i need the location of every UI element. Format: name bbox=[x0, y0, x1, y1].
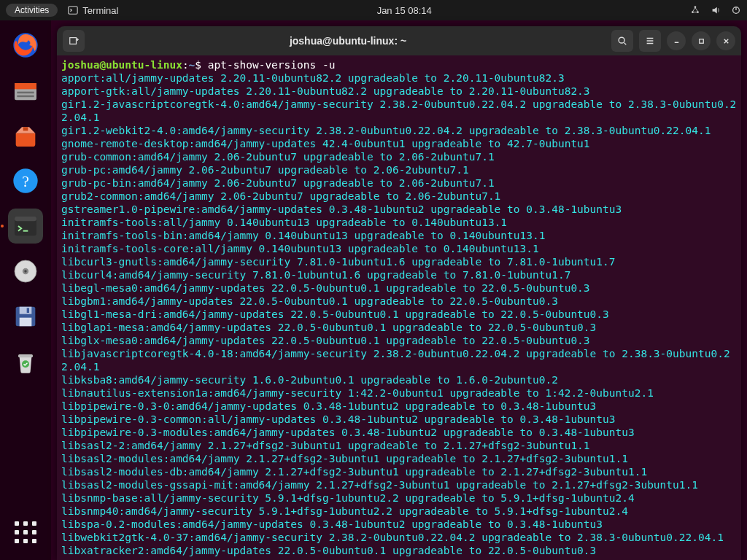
new-tab-button[interactable] bbox=[63, 30, 85, 52]
show-applications[interactable] bbox=[8, 515, 43, 550]
terminal-icon bbox=[68, 5, 78, 15]
dock-disk[interactable] bbox=[8, 254, 43, 289]
svg-rect-23 bbox=[20, 318, 32, 327]
svg-rect-0 bbox=[69, 7, 77, 15]
dock-terminal[interactable] bbox=[8, 209, 43, 244]
terminal-content[interactable]: joshua@ubuntu-linux:~$ apt-show-versions… bbox=[57, 55, 741, 560]
dock-files[interactable] bbox=[8, 73, 43, 108]
svg-rect-36 bbox=[699, 39, 703, 43]
menu-button[interactable] bbox=[639, 30, 661, 52]
volume-icon[interactable] bbox=[711, 5, 721, 15]
maximize-button[interactable] bbox=[692, 31, 711, 50]
dock-software[interactable] bbox=[8, 118, 43, 153]
search-button[interactable] bbox=[611, 30, 633, 52]
svg-point-20 bbox=[24, 270, 26, 272]
dock-firefox[interactable] bbox=[8, 28, 43, 63]
dock-trash[interactable] bbox=[8, 344, 43, 379]
svg-rect-22 bbox=[20, 307, 32, 314]
dock-help[interactable]: ? bbox=[8, 163, 43, 198]
svg-point-30 bbox=[619, 37, 624, 43]
power-icon[interactable] bbox=[731, 5, 741, 15]
window-title: joshua@ubuntu-linux: ~ bbox=[90, 35, 605, 47]
svg-rect-25 bbox=[18, 354, 33, 357]
activities-button[interactable]: Activities bbox=[6, 4, 58, 17]
svg-rect-11 bbox=[23, 127, 28, 131]
svg-line-31 bbox=[624, 43, 627, 45]
clock[interactable]: Jan 15 08:14 bbox=[377, 5, 432, 16]
close-button[interactable] bbox=[716, 31, 735, 50]
active-app-indicator[interactable]: Terminal bbox=[68, 5, 118, 16]
titlebar: joshua@ubuntu-linux: ~ bbox=[57, 26, 741, 55]
minimize-button[interactable] bbox=[667, 31, 686, 50]
dock: ? bbox=[0, 20, 51, 560]
top-bar: Activities Terminal Jan 15 08:14 bbox=[0, 0, 747, 20]
svg-rect-15 bbox=[15, 217, 36, 222]
svg-text:?: ? bbox=[22, 173, 29, 190]
svg-rect-10 bbox=[17, 96, 34, 98]
svg-rect-24 bbox=[27, 308, 29, 313]
terminal-window: joshua@ubuntu-linux: ~ joshua@ubuntu-lin… bbox=[57, 26, 741, 560]
svg-rect-8 bbox=[15, 83, 36, 89]
network-icon[interactable] bbox=[690, 5, 700, 15]
svg-rect-9 bbox=[17, 92, 34, 94]
active-app-name: Terminal bbox=[82, 5, 118, 16]
dock-save-icon[interactable] bbox=[8, 299, 43, 334]
svg-rect-27 bbox=[70, 38, 77, 44]
